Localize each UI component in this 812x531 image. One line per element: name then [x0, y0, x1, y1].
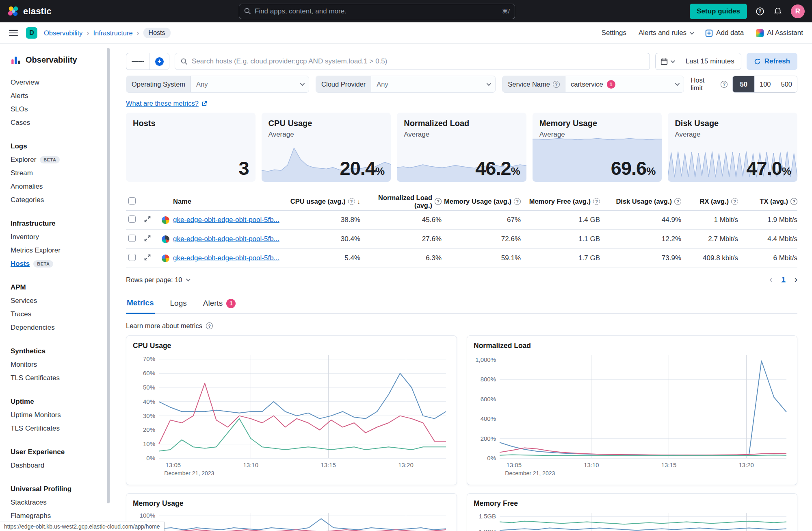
kpi-hosts-card[interactable]: Hosts 3	[126, 113, 256, 182]
column-header-normalized-load[interactable]: Normalized Load (avg.)?	[360, 194, 442, 209]
next-page-button[interactable]: ›	[795, 274, 797, 285]
sidebar-item-dashboard[interactable]: Dashboard	[11, 459, 111, 472]
memory-free-chart[interactable]: 1.5GB1.3GB1.1GB0.9GB0.7GB0.5GB13:0513:10…	[474, 509, 790, 531]
alerts-bell-icon[interactable]	[773, 7, 783, 16]
menu-hamburger-icon[interactable]	[9, 30, 18, 36]
sidebar-item-explorer[interactable]: ExplorerBETA	[11, 153, 111, 166]
sidebar-item-flamegraphs[interactable]: Flamegraphs	[11, 509, 111, 522]
rx-value: 2.7 Mbit/s	[681, 235, 738, 243]
question-circle-icon[interactable]: ?	[553, 81, 560, 88]
help-icon[interactable]: ?	[755, 7, 765, 16]
sidebar-item-alerts[interactable]: Alerts	[11, 89, 111, 102]
kpi-memory-usage-card[interactable]: Memory Usage Average 69.6%	[533, 113, 662, 182]
settings-button[interactable]: Settings	[602, 29, 626, 37]
host-limit-500-button[interactable]: 500	[776, 76, 797, 92]
expand-row-icon[interactable]	[144, 235, 151, 242]
sidebar-item-inventory[interactable]: Inventory	[11, 230, 111, 244]
user-avatar[interactable]: R	[791, 4, 805, 18]
sidebar-item-stream[interactable]: Stream	[11, 166, 111, 180]
calendar-dropdown[interactable]	[656, 53, 679, 70]
alerts-and-rules-button[interactable]: Alerts and rules	[639, 29, 693, 37]
question-circle-icon[interactable]: ?	[435, 198, 442, 205]
sidebar-scrollbar[interactable]	[107, 48, 110, 503]
sidebar-item-uptime-tls-certificates[interactable]: TLS Certificates	[11, 422, 111, 435]
host-limit-100-button[interactable]: 100	[754, 76, 776, 92]
question-circle-icon[interactable]: ?	[731, 198, 738, 205]
cloud-provider-filter[interactable]: Cloud Provider Any	[316, 76, 496, 93]
sidebar-item-metrics-explorer[interactable]: Metrics Explorer	[11, 244, 111, 257]
rows-per-page-selector[interactable]: Rows per page: 10	[126, 276, 189, 284]
sidebar-item-dependencies[interactable]: Dependencies	[11, 321, 111, 334]
host-limit-50-button[interactable]: 50	[733, 76, 754, 92]
tab-alerts[interactable]: Alerts1	[202, 298, 237, 313]
question-circle-icon[interactable]: ?	[348, 198, 355, 205]
host-name-link[interactable]: gke-edge-oblt-edge-oblt-pool-5fb...	[173, 254, 279, 262]
sidebar-item-overview[interactable]: Overview	[11, 76, 111, 89]
cpu-usage-chart[interactable]: 0%10%20%30%40%50%60%70%13:0513:1013:1513…	[133, 352, 450, 479]
sidebar-item-services[interactable]: Services	[11, 294, 111, 307]
expand-row-icon[interactable]	[144, 254, 151, 261]
svg-text:200%: 200%	[481, 435, 496, 442]
question-circle-icon[interactable]: ?	[790, 198, 797, 205]
breadcrumb-observability[interactable]: Observability	[44, 29, 82, 37]
normalized-load-chart[interactable]: 0%200%400%600%800%1,000%13:0513:1013:151…	[474, 352, 790, 479]
kpi-disk-usage-card[interactable]: Disk Usage Average 47.0%	[668, 113, 797, 182]
add-data-button[interactable]: Add data	[705, 29, 744, 37]
setup-guides-button[interactable]: Setup guides	[690, 4, 747, 19]
column-header-cpu[interactable]: CPU usage (avg.)?↓	[285, 198, 360, 205]
kpi-cpu-usage-card[interactable]: CPU Usage Average 20.4%	[262, 113, 391, 182]
row-checkbox[interactable]	[128, 215, 136, 223]
global-search[interactable]: ⌘/	[239, 4, 515, 19]
tab-logs[interactable]: Logs	[169, 298, 188, 313]
column-header-rx[interactable]: RX (avg.)?	[681, 198, 738, 205]
sidebar-item-cases[interactable]: Cases	[11, 116, 111, 129]
memory-usage-chart[interactable]: 100%80%60%40%20%0%13:0513:1013:1513:20De…	[133, 509, 450, 531]
hosts-search[interactable]	[175, 53, 650, 70]
sidebar-item-monitors[interactable]: Monitors	[11, 358, 111, 371]
page-number[interactable]: 1	[782, 276, 786, 284]
sidebar-item-stacktraces[interactable]: Stacktraces	[11, 496, 111, 509]
search-icon	[244, 8, 251, 15]
expand-row-icon[interactable]	[144, 215, 151, 223]
sidebar-item-uptime-monitors[interactable]: Uptime Monitors	[11, 408, 111, 422]
ai-assistant-button[interactable]: AI Assistant	[756, 29, 803, 37]
column-header-memory-free[interactable]: Memory Free (avg.)?	[521, 198, 600, 205]
time-range-value[interactable]: Last 15 minutes	[679, 57, 741, 65]
sidebar-item-traces[interactable]: Traces	[11, 307, 111, 321]
sidebar-item-anomalies[interactable]: Anomalies	[11, 180, 111, 193]
sidebar-item-hosts[interactable]: HostsBETA	[11, 257, 111, 270]
question-circle-icon[interactable]: ?	[514, 198, 521, 205]
question-circle-icon[interactable]: ?	[674, 198, 681, 205]
row-checkbox[interactable]	[128, 254, 136, 261]
operating-system-filter[interactable]: Operating System Any	[126, 76, 309, 93]
deployment-badge[interactable]: D	[26, 27, 37, 39]
kpi-normalized-load-card[interactable]: Normalized Load Average 46.2%	[397, 113, 526, 182]
sidebar-item-slos[interactable]: SLOs	[11, 102, 111, 116]
what-are-these-metrics-link[interactable]: What are these metrics?	[126, 100, 207, 107]
row-checkbox[interactable]	[128, 235, 136, 242]
service-name-filter[interactable]: Service Name? cartservice1	[502, 76, 684, 93]
add-filter-button[interactable]: +	[149, 53, 169, 70]
breadcrumb-separator-icon: ›	[137, 29, 139, 37]
host-name-link[interactable]: gke-edge-oblt-edge-oblt-pool-5fb...	[173, 216, 279, 224]
memory-free-value: 1.4 GB	[521, 216, 600, 224]
column-header-disk-usage[interactable]: Disk Usage (avg.)?	[600, 198, 681, 205]
previous-page-button[interactable]: ‹	[769, 274, 772, 285]
filter-icon[interactable]	[126, 53, 149, 70]
column-header-tx[interactable]: TX (avg.)?	[738, 198, 797, 205]
tab-metrics[interactable]: Metrics	[126, 298, 155, 314]
host-name-link[interactable]: gke-edge-oblt-edge-oblt-pool-5fb...	[173, 235, 279, 243]
hosts-search-input[interactable]	[192, 57, 644, 65]
breadcrumb-infrastructure[interactable]: Infrastructure	[93, 29, 132, 37]
sidebar-item-tls-certificates[interactable]: TLS Certificates	[11, 371, 111, 385]
global-search-input[interactable]	[255, 7, 498, 15]
column-header-name[interactable]: Name	[161, 198, 285, 205]
refresh-button[interactable]: Refresh	[747, 53, 797, 70]
question-circle-icon[interactable]: ?	[206, 322, 213, 329]
question-circle-icon[interactable]: ?	[593, 198, 600, 205]
sidebar-item-categories[interactable]: Categories	[11, 193, 111, 207]
select-all-checkbox[interactable]	[128, 197, 136, 205]
column-header-memory-usage[interactable]: Memory Usage (avg.)?	[442, 198, 521, 205]
question-circle-icon[interactable]: ?	[721, 81, 728, 88]
elastic-home-link[interactable]: elastic	[7, 5, 105, 17]
